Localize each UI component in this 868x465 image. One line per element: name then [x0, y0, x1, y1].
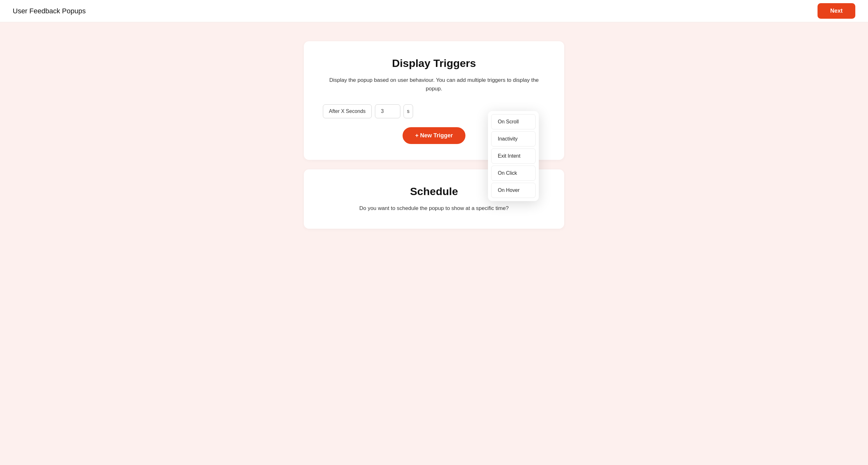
- dropdown-item-on-scroll[interactable]: On Scroll: [491, 114, 536, 129]
- next-button[interactable]: Next: [817, 3, 855, 19]
- display-triggers-title: Display Triggers: [323, 57, 545, 69]
- dropdown-item-inactivity[interactable]: Inactivity: [491, 131, 536, 146]
- schedule-description: Do you want to schedule the popup to sho…: [323, 204, 545, 212]
- header: User Feedback Popups Next: [0, 0, 868, 22]
- new-trigger-button[interactable]: + New Trigger: [403, 127, 466, 144]
- display-triggers-description: Display the popup based on user behaviou…: [323, 76, 545, 93]
- page-content: Display Triggers Display the popup based…: [291, 22, 577, 257]
- header-title: User Feedback Popups: [13, 7, 86, 15]
- trigger-dropdown: On Scroll Inactivity Exit Intent On Clic…: [488, 111, 539, 201]
- trigger-label: After X Seconds: [323, 104, 372, 118]
- trigger-unit: s: [404, 104, 413, 118]
- dropdown-item-exit-intent[interactable]: Exit Intent: [491, 148, 536, 164]
- dropdown-item-on-hover[interactable]: On Hover: [491, 183, 536, 198]
- trigger-value-input[interactable]: [375, 104, 400, 118]
- dropdown-item-on-click[interactable]: On Click: [491, 166, 536, 181]
